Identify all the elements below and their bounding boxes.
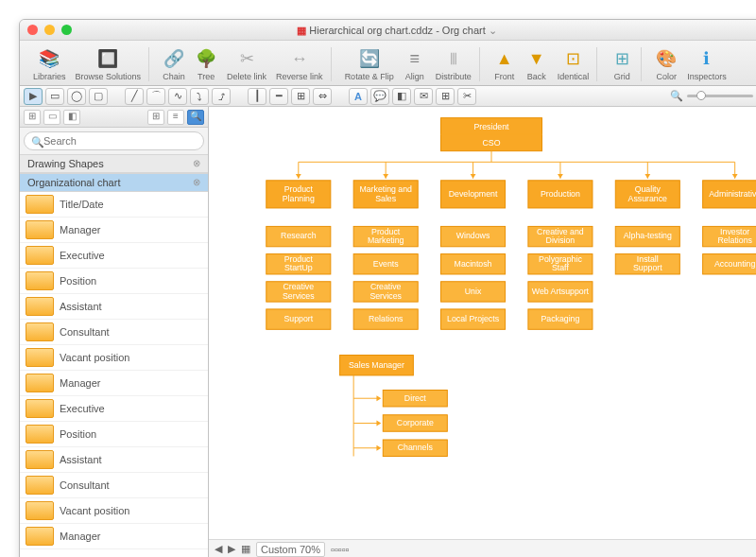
zoom-slider[interactable]: 🔍 🔍 — [670, 90, 756, 102]
svg-text:Creative: Creative — [370, 282, 402, 291]
svg-text:Planning: Planning — [283, 194, 315, 203]
svg-text:Services: Services — [283, 291, 315, 301]
page-tabs[interactable]: ▫▫▫▫▫ — [331, 544, 350, 555]
toolbar-reverse-link[interactable]: ↔Reverse link — [272, 47, 327, 81]
app-window: ▦ Hierarchical org chart.cddz - Org char… — [19, 19, 756, 557]
shape-item[interactable]: Consultant — [20, 473, 208, 498]
svg-text:Investor: Investor — [720, 227, 749, 236]
svg-text:Windows: Windows — [456, 231, 490, 240]
pointer-tool[interactable]: ▶ — [24, 88, 43, 105]
svg-text:Research: Research — [281, 231, 317, 240]
svg-text:Quality: Quality — [635, 184, 662, 194]
sidebar-grid-view[interactable]: ⊞ — [147, 110, 164, 125]
toolbar-chain[interactable]: 🔗Chain — [159, 47, 189, 81]
svg-text:Administrative: Administrative — [709, 189, 756, 199]
search-input[interactable] — [24, 131, 204, 150]
svg-marker-13 — [558, 174, 563, 179]
vguide-tool[interactable]: ━ — [269, 88, 288, 105]
shape-item[interactable]: Consultant — [20, 320, 208, 345]
canvas[interactable]: PresidentCSOProductPlanningMarketing and… — [209, 107, 756, 539]
svg-text:Sales: Sales — [375, 194, 397, 203]
svg-text:Direct: Direct — [404, 393, 426, 403]
toolbar-inspectors[interactable]: ℹInspectors — [683, 47, 730, 81]
spline-tool[interactable]: ∿ — [168, 88, 187, 105]
hguide-tool[interactable]: ┃ — [248, 88, 266, 105]
svg-text:Services: Services — [369, 291, 402, 301]
svg-text:Install: Install — [637, 254, 659, 264]
svg-text:Development: Development — [449, 189, 498, 199]
scroll-left-icon[interactable]: ◀ — [215, 543, 222, 555]
toolbar-align[interactable]: ≡Align — [400, 47, 430, 81]
scroll-right-icon[interactable]: ▶ — [228, 543, 235, 555]
svg-text:Channels: Channels — [398, 443, 434, 452]
attachment-tool[interactable]: ◧ — [392, 88, 411, 105]
toolbar-libraries[interactable]: 📚Libraries — [29, 47, 70, 81]
svg-text:Marketing and: Marketing and — [359, 184, 412, 194]
shape-item[interactable]: Manager — [20, 524, 208, 549]
sidebar-search-tab[interactable]: 🔍 — [187, 110, 204, 125]
line-tool[interactable]: ╱ — [125, 88, 144, 105]
smart-connector-tool[interactable]: ⭜ — [212, 88, 231, 105]
sidebar-tab-3[interactable]: ◧ — [63, 110, 80, 125]
shape-list[interactable]: Title/DateManagerExecutivePositionAssist… — [20, 192, 208, 557]
zoom-out-icon[interactable]: 🔍 — [670, 90, 683, 102]
shape-item[interactable]: Vacant position — [20, 498, 208, 524]
svg-text:President: President — [474, 122, 510, 131]
window-title: ▦ Hierarchical org chart.cddz - Org char… — [20, 24, 756, 37]
category-drawing-shapes[interactable]: Drawing Shapes⊗ — [20, 154, 208, 173]
zoom-select[interactable]: Custom 70% — [256, 542, 325, 557]
toolbar-back[interactable]: ▼Back — [522, 47, 552, 81]
titlebar[interactable]: ▦ Hierarchical org chart.cddz - Org char… — [20, 20, 756, 41]
shape-item[interactable]: Manager — [20, 371, 208, 396]
shape-item[interactable]: Assistant — [20, 294, 208, 320]
toolbar-browse-solutions[interactable]: 🔲Browse Solutions — [72, 47, 146, 81]
connector-tool[interactable]: ⤵ — [190, 88, 209, 105]
toolbar-rotate-flip[interactable]: 🔄Rotate & Flip — [341, 47, 398, 81]
shape-item[interactable]: Executive — [20, 396, 208, 422]
shape-item[interactable]: Title/Date — [20, 192, 208, 218]
shape-item[interactable]: Executive — [20, 243, 208, 269]
toolbar-grid[interactable]: ⊞Grid — [607, 47, 637, 81]
toolbar-distribute[interactable]: ⫴Distribute — [432, 47, 475, 81]
shape-item[interactable]: Manager — [20, 218, 208, 243]
sidebar-tab-2[interactable]: ▭ — [43, 110, 60, 125]
dims-tool[interactable]: ⇔ — [313, 88, 332, 105]
sidebar-list-view[interactable]: ≡ — [167, 110, 184, 125]
bottom-bar: ◀ ▶ ▦ Custom 70% ▫▫▫▫▫ — [209, 539, 756, 557]
arc-tool[interactable]: ⌒ — [146, 88, 165, 105]
stamp-tool[interactable]: ✉ — [414, 88, 433, 105]
svg-marker-85 — [376, 395, 381, 401]
svg-text:Events: Events — [373, 259, 399, 269]
svg-text:Packaging: Packaging — [541, 314, 579, 323]
table-tool[interactable]: ⊞ — [436, 88, 455, 105]
sidebar: ⊞ ▭ ◧ ⊞ ≡ 🔍 🔍 Drawing Shapes⊗ Organizati… — [20, 107, 209, 557]
shape-item[interactable]: Assistant — [20, 447, 208, 473]
snap-tool[interactable]: ⊞ — [291, 88, 310, 105]
shape-item[interactable]: Position — [20, 269, 208, 294]
close-icon[interactable]: ⊗ — [193, 158, 200, 169]
svg-text:Creative and: Creative and — [537, 227, 584, 236]
toolbar-tree[interactable]: 🌳Tree — [191, 47, 221, 81]
page-nav-icon[interactable]: ▦ — [241, 543, 250, 555]
toolbar-front[interactable]: ▲Front — [490, 47, 520, 81]
category-org-chart[interactable]: Organizational chart⊗ — [20, 173, 208, 192]
close-icon[interactable]: ⊗ — [193, 177, 200, 188]
svg-text:Support: Support — [633, 263, 662, 272]
toolbar-color[interactable]: 🎨Color — [651, 47, 681, 81]
search-icon: 🔍 — [31, 136, 44, 148]
sidebar-tab-1[interactable]: ⊞ — [24, 110, 41, 125]
toolbar-delete-link[interactable]: ✂Delete link — [223, 47, 270, 81]
svg-text:Relations: Relations — [717, 235, 752, 245]
rounded-tool[interactable]: ▢ — [89, 88, 108, 105]
text-tool[interactable]: A — [349, 88, 368, 105]
ellipse-tool[interactable]: ◯ — [67, 88, 86, 105]
rect-tool[interactable]: ▭ — [45, 88, 64, 105]
toolbar-identical[interactable]: ⊡Identical — [554, 47, 593, 81]
callout-tool[interactable]: 💬 — [370, 88, 389, 105]
svg-text:Creative: Creative — [284, 282, 315, 291]
svg-text:Division: Division — [546, 235, 576, 245]
shape-item[interactable]: Position — [20, 422, 208, 447]
svg-text:Polygraphic: Polygraphic — [539, 254, 582, 264]
shape-item[interactable]: Vacant position — [20, 345, 208, 371]
crop-tool[interactable]: ✂ — [457, 88, 476, 105]
